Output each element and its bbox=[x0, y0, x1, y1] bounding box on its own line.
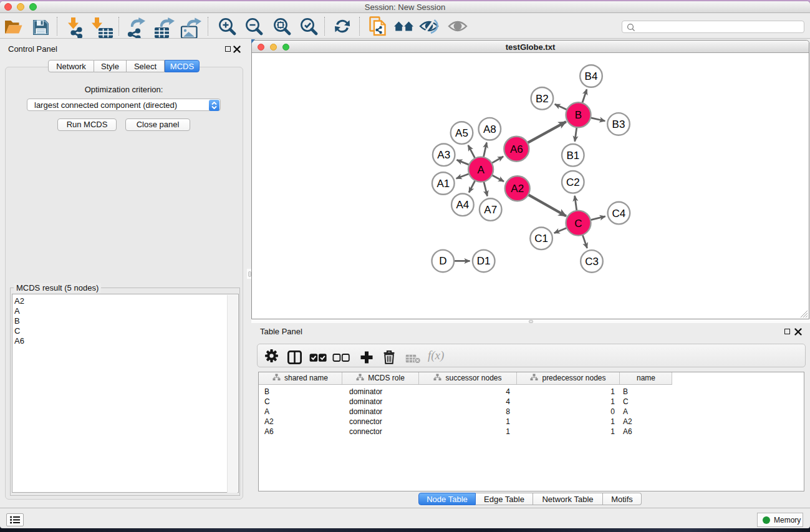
svg-text:A3: A3 bbox=[437, 149, 450, 161]
svg-text:B1: B1 bbox=[566, 150, 579, 162]
svg-text:C: C bbox=[574, 218, 582, 230]
svg-text:A5: A5 bbox=[455, 127, 468, 139]
svg-text:A4: A4 bbox=[456, 199, 470, 211]
svg-text:A1: A1 bbox=[436, 178, 450, 190]
svg-text:C4: C4 bbox=[612, 208, 626, 220]
svg-text:A6: A6 bbox=[510, 143, 523, 155]
svg-text:B4: B4 bbox=[585, 70, 598, 82]
svg-text:A2: A2 bbox=[511, 183, 524, 195]
svg-text:C2: C2 bbox=[566, 177, 580, 188]
svg-text:A7: A7 bbox=[484, 204, 497, 216]
svg-text:B: B bbox=[575, 109, 582, 121]
svg-text:D1: D1 bbox=[477, 255, 491, 267]
svg-text:C3: C3 bbox=[585, 256, 599, 268]
svg-text:B3: B3 bbox=[612, 118, 625, 130]
svg-text:A8: A8 bbox=[483, 123, 496, 135]
svg-text:A: A bbox=[477, 164, 485, 176]
svg-text:B2: B2 bbox=[536, 93, 549, 105]
svg-text:C1: C1 bbox=[534, 233, 548, 244]
svg-text:D: D bbox=[439, 255, 446, 267]
